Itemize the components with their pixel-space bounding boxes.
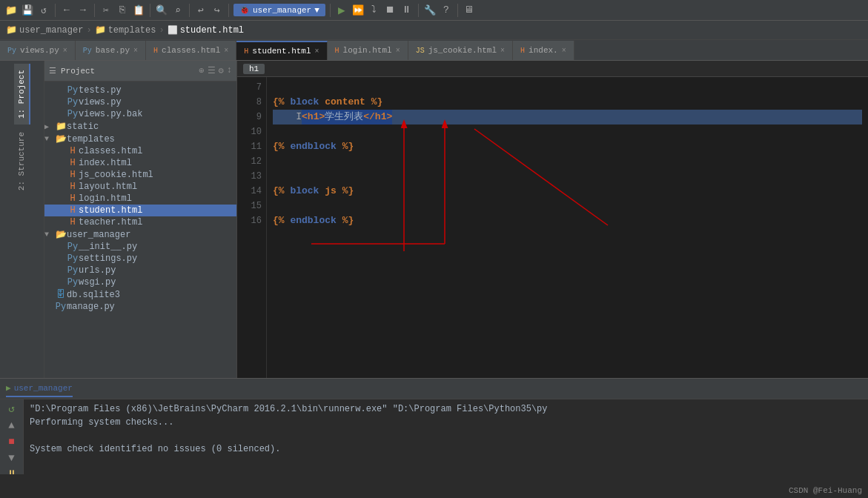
folder-icon[interactable]: 📁 xyxy=(4,4,18,17)
tab-close-index-html[interactable]: × xyxy=(562,47,566,55)
undo-icon[interactable]: ↩ xyxy=(194,4,208,17)
breadcrumb-root[interactable]: 📁 user_manager xyxy=(6,24,83,36)
step-over-icon[interactable]: ⏩ xyxy=(351,4,365,17)
tree-item-teacher-html[interactable]: H teacher.html xyxy=(44,216,236,228)
run-panel-tab: ▶ user_manager xyxy=(0,379,868,399)
tab-base-py[interactable]: Py base.py × xyxy=(76,41,146,60)
keyword-endblock-11: endblock xyxy=(290,139,336,154)
tree-item-classes-html[interactable]: H classes.html xyxy=(44,145,236,157)
redo-icon[interactable]: ↪ xyxy=(211,4,224,17)
tab-close-login-html[interactable]: × xyxy=(396,47,400,55)
top-toolbar: 📁 💾 ↺ ← → ✂ ⎘ 📋 🔍 ⌕ ↩ ↪ 🐞 user_manager ▼… xyxy=(0,0,868,21)
panel-sync-icon[interactable]: ⊕ xyxy=(199,65,204,76)
tab-close-js-cookie-html[interactable]: × xyxy=(500,47,505,55)
tree-label-student-html: student.html xyxy=(79,205,142,216)
tab-close-views-py[interactable]: × xyxy=(63,47,67,55)
template-close-14: %} xyxy=(337,184,354,199)
sidebar-tab-project[interactable]: 1: Project xyxy=(14,64,30,124)
sep8 xyxy=(457,4,458,17)
tree-item-views-py-bak[interactable]: Py views.py.bak xyxy=(44,108,236,120)
run-stop-icon[interactable]: ■ xyxy=(7,434,16,449)
keyword-endblock-16: endblock xyxy=(290,213,336,228)
breadcrumb-sep2: › xyxy=(159,25,164,36)
run-scroll-up-icon[interactable]: ▲ xyxy=(7,418,16,433)
breadcrumb-templates[interactable]: 📁 templates xyxy=(95,24,156,36)
breadcrumb: 📁 user_manager › 📁 templates › ⬜ student… xyxy=(0,21,868,40)
tab-login-html[interactable]: H login.html × xyxy=(328,41,408,60)
tree-item-tests-py[interactable]: Py tests.py xyxy=(44,84,236,96)
keyword-content-8: content xyxy=(325,95,365,110)
tree-item-static[interactable]: ▶ 📁 static xyxy=(44,120,236,133)
tab-close-student-html[interactable]: × xyxy=(315,47,319,56)
run-button[interactable]: ▶ xyxy=(335,4,348,17)
tree-item-views-py[interactable]: Py views.py xyxy=(44,96,236,108)
run-pause-icon[interactable]: ⏸ xyxy=(5,467,19,474)
run-config-dropdown[interactable]: 🐞 user_manager ▼ xyxy=(233,4,325,16)
tab-close-classes-html[interactable]: × xyxy=(224,47,228,55)
tree-item-student-html[interactable]: H student.html xyxy=(44,205,236,216)
tree-item-init-py[interactable]: Py __init__.py xyxy=(44,241,236,253)
breadcrumb-sep1: › xyxy=(86,25,91,36)
tree-item-urls-py[interactable]: Py urls.py xyxy=(44,265,236,276)
panel-settings-icon[interactable]: ⚙ xyxy=(219,65,224,76)
run-tab-run[interactable]: ▶ user_manager xyxy=(6,380,73,397)
refresh-icon[interactable]: ↺ xyxy=(37,4,50,17)
tree-item-db-sqlite3[interactable]: 🗄 db.sqlite3 xyxy=(44,288,236,301)
cut-icon[interactable]: ✂ xyxy=(99,4,113,17)
monitor-icon[interactable]: 🖥 xyxy=(463,4,476,17)
breadcrumb-file[interactable]: ⬜ student.html xyxy=(168,25,244,36)
tab-student-html[interactable]: H student.html × xyxy=(236,41,327,60)
run-restart-icon[interactable]: ↺ xyxy=(7,401,16,416)
sep2 xyxy=(94,4,95,17)
py-file-icon: Py xyxy=(55,302,67,312)
tree-item-settings-py[interactable]: Py settings.py xyxy=(44,253,236,265)
pause-icon[interactable]: ⏸ xyxy=(400,4,414,17)
indent-9 xyxy=(273,110,296,124)
tab-views-py[interactable]: Py views.py × xyxy=(0,41,76,60)
breadcrumb-templates-label: templates xyxy=(108,25,156,36)
help-icon[interactable]: ? xyxy=(440,4,453,17)
tab-index-html[interactable]: H index. × xyxy=(513,41,574,60)
settings-icon[interactable]: 🔧 xyxy=(423,4,437,17)
html-file-icon: H xyxy=(67,205,79,216)
tree-item-layout-html[interactable]: H layout.html xyxy=(44,181,236,193)
tree-label-login-html: login.html xyxy=(79,193,132,204)
code-line-14: {% block js %} xyxy=(273,184,862,199)
line-num-10: 10 xyxy=(237,124,262,139)
tree-item-manage-py[interactable]: Py manage.py xyxy=(44,301,236,313)
code-area[interactable]: {% block content %} I <h1> 学生列表 </h1> xyxy=(267,77,868,378)
tree-label-wsgi-py: wsgi.py xyxy=(79,277,116,288)
tree-item-wsgi-py[interactable]: Py wsgi.py xyxy=(44,276,236,288)
paste-icon[interactable]: 📋 xyxy=(132,4,145,17)
code-editor[interactable]: h1 7 8 9 10 11 12 13 14 15 16 xyxy=(237,61,868,378)
back-icon[interactable]: ← xyxy=(60,4,73,17)
stop-icon[interactable]: ⏹ xyxy=(384,4,397,17)
tab-bar: Py views.py × Py base.py × H classes.htm… xyxy=(0,40,868,61)
forward-icon[interactable]: → xyxy=(76,4,90,17)
panel-close-icon[interactable]: ↕ xyxy=(227,65,232,76)
sidebar-tab-structure[interactable]: 2: Structure xyxy=(14,126,30,196)
step-into-icon[interactable]: ⤵ xyxy=(368,4,381,17)
tree-item-js-cookie-html[interactable]: H js_cookie.html xyxy=(44,169,236,181)
html-file-icon: H xyxy=(67,193,79,204)
tree-label-urls-py: urls.py xyxy=(79,265,116,276)
tree-item-index-html[interactable]: H index.html xyxy=(44,157,236,169)
tab-classes-html[interactable]: H classes.html × xyxy=(146,41,236,60)
tab-close-base-py[interactable]: × xyxy=(133,47,138,55)
run-scroll-down-icon[interactable]: ▼ xyxy=(7,451,16,465)
sep7 xyxy=(418,4,419,17)
tree-label-settings-py: settings.py xyxy=(79,253,137,264)
save-icon[interactable]: 💾 xyxy=(21,4,34,17)
tree-item-login-html[interactable]: H login.html xyxy=(44,193,236,205)
tree-label-js-cookie-html: js_cookie.html xyxy=(79,170,153,180)
tree-item-templates[interactable]: ▼ 📂 templates xyxy=(44,133,236,145)
tab-js-cookie-html[interactable]: JS js_cookie.html × xyxy=(408,41,513,60)
code-line-12 xyxy=(273,154,862,169)
folder-root-icon: 📁 xyxy=(6,24,17,36)
search-icon[interactable]: 🔍 xyxy=(155,4,168,17)
space-8 xyxy=(319,95,325,110)
tree-item-user-manager[interactable]: ▼ 📂 user_manager xyxy=(44,228,236,241)
search2-icon[interactable]: ⌕ xyxy=(171,4,185,17)
panel-collapse-icon[interactable]: ☰ xyxy=(208,65,216,76)
copy-icon[interactable]: ⎘ xyxy=(116,4,129,17)
